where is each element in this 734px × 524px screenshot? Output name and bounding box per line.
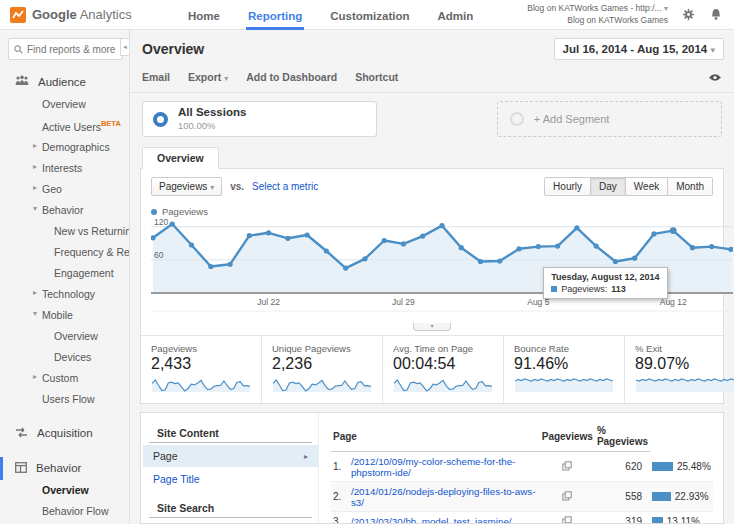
sidebar-item-technology[interactable]: ▸Technology xyxy=(0,284,129,305)
add-to-dashboard-button[interactable]: Add to Dashboard xyxy=(246,71,337,83)
top-bar: Google Analytics HomeReportingCustomizat… xyxy=(0,0,734,30)
topnav-customization[interactable]: Customization xyxy=(328,1,411,29)
pct-bar xyxy=(652,517,663,524)
report-search-box[interactable] xyxy=(8,38,123,60)
topnav-reporting[interactable]: Reporting xyxy=(246,1,304,29)
date-range-selector[interactable]: Jul 16, 2014 - Aug 15, 2014 ▾ xyxy=(554,38,724,60)
site-content-panel: Site ContentPage▸Page TitleSite SearchSe… xyxy=(140,412,724,524)
column-header-pageviews[interactable]: Pageviews xyxy=(540,421,595,452)
column-header-pct-pageviews[interactable]: % Pageviews xyxy=(595,421,650,452)
chart-tooltip: Tuesday, August 12, 2014 Pageviews: 113 xyxy=(543,267,667,299)
column-header-page[interactable]: Page xyxy=(331,421,540,452)
external-link-icon[interactable] xyxy=(562,517,572,524)
select-metric-link[interactable]: Select a metric xyxy=(252,181,318,192)
table-row: 3./2013/03/30/bb_model_test_jasmine/3191… xyxy=(331,512,713,524)
scorecard-value: 89.07% xyxy=(635,355,734,373)
search-input[interactable] xyxy=(27,44,117,55)
scorecard--exit[interactable]: % Exit89.07% xyxy=(625,336,734,403)
granularity-month-button[interactable]: Month xyxy=(668,177,713,196)
dimension-group-header: Site Content xyxy=(149,423,312,443)
scorecard-label: Avg. Time on Page xyxy=(393,343,493,354)
granularity-day-button[interactable]: Day xyxy=(591,177,626,196)
gear-icon[interactable] xyxy=(680,7,696,23)
granularity-week-button[interactable]: Week xyxy=(626,177,668,196)
scorecard-unique-pageviews[interactable]: Unique Pageviews2,236 xyxy=(262,336,383,403)
dimension-search-term[interactable]: Search Term xyxy=(143,520,318,524)
chevron-right-icon: ▸ xyxy=(33,372,37,381)
external-link-cell xyxy=(540,452,595,482)
sidebar-item-overview[interactable]: Overview xyxy=(0,480,129,501)
beta-badge: BETA xyxy=(101,119,121,128)
sidebar: ◂ AudienceOverviewActive UsersBETA▸Demog… xyxy=(0,30,130,524)
pct-value: 22.93% xyxy=(675,491,709,502)
sidebar-item-behavior[interactable]: ▾Behavior xyxy=(0,200,129,221)
topnav-admin[interactable]: Admin xyxy=(436,1,476,29)
scorecard-bounce-rate[interactable]: Bounce Rate91.46% xyxy=(504,336,625,403)
dimension-group-site-content: Site ContentPage▸Page Title xyxy=(143,423,318,490)
scorecard-value: 2,236 xyxy=(272,355,372,373)
sidebar-item-engagement[interactable]: Engagement xyxy=(0,263,129,284)
pct-pageviews-cell: 22.93% xyxy=(650,482,713,512)
sidebar-item-geo[interactable]: ▸Geo xyxy=(0,179,129,200)
chevron-right-icon: ▸ xyxy=(33,288,37,297)
account-selector[interactable]: Blog on KATWorks Games - http:/... ▾ Blo… xyxy=(527,3,668,25)
sidebar-item-behavior[interactable]: Behavior xyxy=(0,457,129,480)
sidebar-item-users-flow[interactable]: Users Flow xyxy=(0,389,129,410)
sidebar-item-demographics[interactable]: ▸Demographics xyxy=(0,137,129,158)
dimension-group-site-search: Site SearchSearch Term xyxy=(143,498,318,524)
shortcut-button[interactable]: Shortcut xyxy=(355,71,398,83)
notifications-bell-icon[interactable] xyxy=(708,7,724,23)
sidebar-item-devices[interactable]: Devices xyxy=(0,347,129,368)
pageviews-value: 620 xyxy=(595,452,650,482)
sidebar-item-mobile[interactable]: ▾Mobile xyxy=(0,305,129,326)
sidebar-section-audience: AudienceOverviewActive UsersBETA▸Demogra… xyxy=(0,70,129,410)
page-link[interactable]: /2014/01/26/nodejs-deploying-files-to-aw… xyxy=(351,486,536,508)
sparkline-chart xyxy=(514,375,614,393)
chevron-down-icon: ▾ xyxy=(664,4,668,13)
dimension-page-title[interactable]: Page Title xyxy=(143,468,318,490)
add-segment-button[interactable]: + Add Segment xyxy=(497,101,722,137)
scorecard-value: 2,433 xyxy=(151,355,251,373)
sidebar-item-overview[interactable]: Overview xyxy=(0,93,129,114)
audience-icon xyxy=(15,75,29,88)
sidebar-item-active-users[interactable]: Active UsersBETA xyxy=(0,114,129,137)
page-link[interactable]: /2013/03/30/bb_model_test_jasmine/ xyxy=(351,516,512,524)
chart-legend: Pageviews xyxy=(141,204,723,219)
export-button[interactable]: Export ▾ xyxy=(188,71,228,83)
row-rank: 1. xyxy=(331,452,349,482)
tab-overview[interactable]: Overview xyxy=(142,147,219,169)
sidebar-item-new-vs-returning[interactable]: New vs Returning xyxy=(0,221,129,242)
scorecard-value: 91.46% xyxy=(514,355,614,373)
external-link-icon[interactable] xyxy=(562,492,572,503)
dimension-page[interactable]: Page▸ xyxy=(143,445,318,467)
external-link-icon[interactable] xyxy=(562,462,572,473)
sidebar-item-behavior-flow[interactable]: Behavior Flow xyxy=(0,501,129,522)
scorecard-pageviews[interactable]: Pageviews2,433 xyxy=(141,336,262,403)
all-sessions-segment[interactable]: All Sessions 100.00% xyxy=(142,101,377,137)
page-link[interactable]: /2012/10/09/my-color-scheme-for-the-phps… xyxy=(351,456,515,478)
sidebar-item-interests[interactable]: ▸Interests xyxy=(0,158,129,179)
sidebar-item-custom[interactable]: ▸Custom xyxy=(0,368,129,389)
google-analytics-logo[interactable]: Google Analytics xyxy=(10,7,160,23)
report-dimension-nav: Site ContentPage▸Page TitleSite SearchSe… xyxy=(141,413,319,523)
sidebar-item-acquisition[interactable]: Acquisition xyxy=(0,422,129,445)
behavior-icon xyxy=(15,462,27,475)
visibility-eye-icon[interactable] xyxy=(708,68,722,86)
pct-bar xyxy=(652,492,671,501)
sidebar-collapse-button[interactable]: ◂ xyxy=(120,38,130,56)
segment-ring-icon xyxy=(153,112,168,127)
topnav-home[interactable]: Home xyxy=(186,1,222,29)
chart-collapse-handle[interactable]: ▾ xyxy=(413,323,451,331)
search-icon xyxy=(14,40,23,58)
granularity-hourly-button[interactable]: Hourly xyxy=(544,177,591,196)
scorecard-avg-time-on-page[interactable]: Avg. Time on Page00:04:54 xyxy=(383,336,504,403)
metric-dropdown[interactable]: Pageviews ▾ xyxy=(151,177,222,196)
page-title: Overview xyxy=(142,41,204,57)
email-button[interactable]: Email xyxy=(142,71,170,83)
timeseries-chart[interactable]: 12060Jul 22Jul 29Aug 5Aug 12 Tuesday, Au… xyxy=(141,219,723,323)
sidebar-item-frequency-re-[interactable]: Frequency & Re... xyxy=(0,242,129,263)
sidebar-item-audience[interactable]: Audience xyxy=(0,70,129,93)
page-cell: /2013/03/30/bb_model_test_jasmine/ xyxy=(349,512,540,524)
svg-text:120: 120 xyxy=(154,219,168,227)
sidebar-item-overview[interactable]: Overview xyxy=(0,326,129,347)
